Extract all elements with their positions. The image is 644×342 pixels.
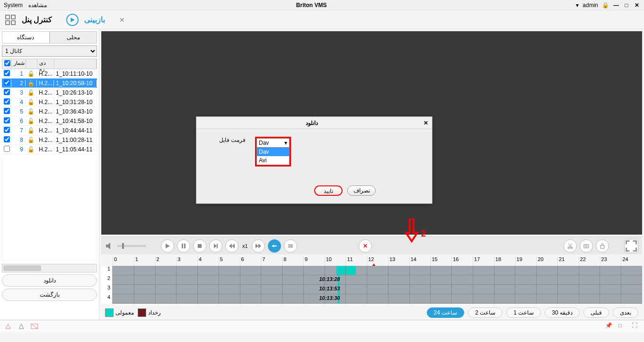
table-row[interactable]: 9🔓H.2...1_11:05:44-11 [2, 145, 97, 154]
tab-close-icon[interactable]: ✕ [119, 16, 125, 24]
timeline-track-3[interactable]: 10:13:53 [113, 285, 642, 294]
row-name: 1_10:44:44-11 [54, 127, 97, 134]
dialog-title: دانلود [200, 120, 423, 126]
sync-button[interactable] [268, 239, 281, 253]
warning-icon[interactable] [17, 322, 26, 331]
volume-slider[interactable] [117, 245, 146, 247]
row-checkbox[interactable] [4, 70, 10, 76]
row-checkbox[interactable] [4, 79, 10, 86]
svg-marker-17 [258, 244, 261, 248]
lock-icon[interactable]: 🔒 [602, 2, 609, 9]
stop-button[interactable] [193, 239, 206, 253]
split-button[interactable] [284, 239, 297, 253]
timeline-ch4: 4 [101, 294, 113, 304]
image-icon[interactable] [30, 322, 39, 331]
table-row[interactable]: 5🔓H.2...1_10:36:43-10 [2, 107, 97, 116]
menu-system[interactable]: System [4, 2, 23, 9]
speed-label: x1 [241, 243, 249, 249]
row-num: 9 [11, 146, 26, 153]
track-time-2: 10:13:28 [319, 276, 340, 282]
pin-icon[interactable]: 📌 [605, 322, 614, 331]
tab-local[interactable]: محلی [50, 31, 97, 43]
timeline-track-4[interactable]: 10:13:30 [113, 294, 642, 304]
next-button[interactable]: بعدی [613, 307, 638, 318]
timeline-track-1[interactable] [113, 266, 642, 275]
chevron-down-icon: ▾ [284, 140, 287, 146]
menu-view[interactable]: مشاهده [28, 2, 47, 9]
tab-device[interactable]: دستگاه [2, 31, 50, 43]
cut-button[interactable] [564, 239, 577, 253]
window-icon[interactable]: □ [618, 322, 627, 331]
row-checkbox[interactable] [4, 146, 10, 152]
minimize-button[interactable]: — [613, 2, 619, 9]
format-option-dav[interactable]: Dav [257, 148, 289, 156]
dialog-ok-button[interactable]: تایید [314, 185, 343, 196]
clear-button[interactable]: ✕ [359, 239, 372, 253]
svg-line-30 [31, 324, 38, 329]
select-all-checkbox[interactable] [4, 60, 10, 66]
svg-rect-1 [11, 15, 15, 19]
row-type: H.2... [37, 70, 54, 77]
fullscreen-button[interactable] [624, 239, 638, 253]
row-checkbox[interactable] [4, 117, 10, 123]
table-row[interactable]: 1🔓H.2...1_10:11:10-10 [2, 69, 97, 79]
row-checkbox[interactable] [4, 127, 10, 133]
format-select[interactable]: Dav ▾ [256, 138, 290, 148]
row-checkbox[interactable] [4, 98, 10, 105]
close-button[interactable]: ✕ [634, 2, 640, 9]
row-checkbox[interactable] [4, 108, 10, 114]
row-checkbox[interactable] [4, 136, 10, 142]
filelist-empty [2, 156, 97, 260]
snapshot-button[interactable] [580, 239, 593, 253]
table-row[interactable]: 2🔓H.2...1_10:20:58-10 [2, 79, 97, 88]
prev-button[interactable]: قبلی [583, 307, 609, 318]
table-row[interactable]: 7🔓H.2...1_10:44:44-11 [2, 126, 97, 135]
expand-icon[interactable]: ⛶ [632, 322, 640, 331]
slow-button[interactable] [225, 239, 238, 253]
table-row[interactable]: 3🔓H.2...1_10:26:13-10 [2, 88, 97, 97]
review-tab[interactable]: بازبینی [84, 15, 105, 24]
maximize-button[interactable]: □ [623, 2, 630, 9]
horizontal-scrollbar[interactable] [2, 264, 97, 272]
zoom-1h-button[interactable]: ساعت 1 [506, 307, 541, 318]
row-num: 5 [11, 108, 26, 115]
volume-icon[interactable] [105, 241, 115, 251]
lock-button[interactable] [596, 239, 609, 253]
svg-marker-14 [229, 244, 232, 248]
control-panel-tab[interactable]: کنترل پنل [22, 15, 52, 24]
zoom-24h-button[interactable]: ساعت 24 [427, 307, 465, 318]
back-button[interactable]: بازگشت [2, 289, 97, 301]
play-button[interactable] [161, 239, 174, 253]
grid-icon[interactable] [5, 14, 16, 26]
unlock-icon: 🔓 [27, 127, 35, 134]
dropdown-icon[interactable]: ▾ [576, 2, 579, 9]
zoom-2h-button[interactable]: ساعت 2 [468, 307, 503, 318]
format-option-avi[interactable]: Avi [257, 156, 289, 165]
svg-marker-16 [256, 244, 258, 248]
row-num: 2 [11, 80, 26, 87]
pause-button[interactable] [177, 239, 190, 253]
row-type: H.2... [37, 118, 54, 124]
row-num: 7 [11, 127, 26, 134]
dialog-cancel-button[interactable]: نصراف [347, 185, 376, 196]
col-number: شمار [12, 59, 26, 69]
row-type: H.2... [37, 99, 54, 105]
svg-rect-9 [182, 244, 183, 248]
row-checkbox[interactable] [4, 89, 10, 95]
unlock-icon: 🔓 [27, 80, 35, 87]
dialog-close-icon[interactable]: ✕ [423, 120, 428, 126]
channel-select[interactable]: کانال 1 [2, 45, 97, 57]
timeline-track-2[interactable]: 10:13:28 [113, 275, 642, 285]
step-forward-button[interactable] [209, 239, 222, 253]
table-row[interactable]: 6🔓H.2...1_10:41:58-10 [2, 116, 97, 126]
zoom-30m-button[interactable]: دقیقه 30 [545, 307, 580, 318]
svg-rect-13 [217, 244, 218, 248]
svg-marker-7 [106, 243, 110, 249]
table-row[interactable]: 8🔓H.2...1_11:00:28-11 [2, 135, 97, 145]
table-row[interactable]: 4🔓H.2...1_10:31:28-10 [2, 97, 97, 107]
alarm-icon[interactable] [4, 322, 12, 331]
svg-marker-8 [166, 244, 170, 248]
svg-marker-15 [232, 244, 235, 248]
fast-button[interactable] [252, 239, 265, 253]
download-button[interactable]: دانلود [2, 274, 97, 287]
